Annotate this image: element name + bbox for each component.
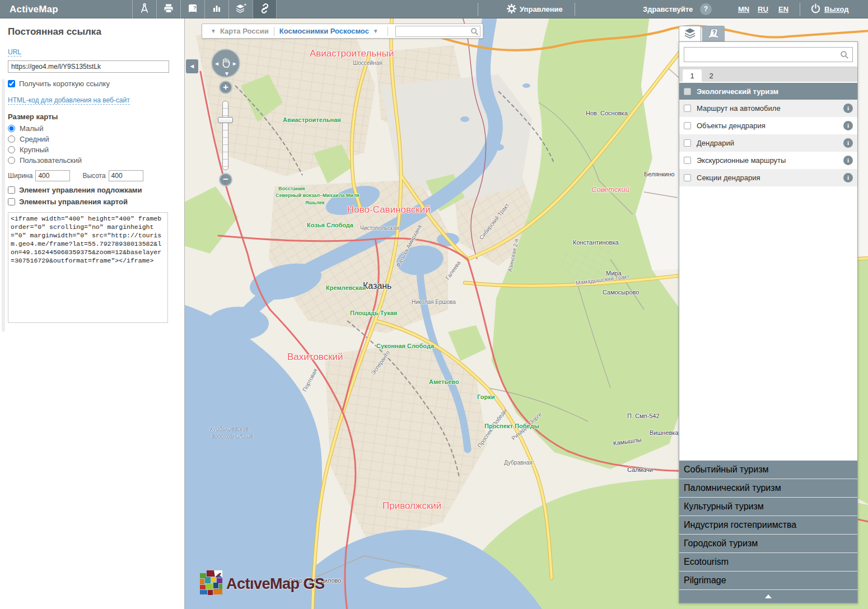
lang-ru[interactable]: RU bbox=[758, 0, 768, 18]
height-label: Высота bbox=[82, 172, 105, 180]
pan-control[interactable]: ◄ ► ▼ bbox=[211, 49, 240, 78]
greeting: Здравствуйте bbox=[643, 0, 693, 18]
height-input[interactable] bbox=[109, 170, 143, 181]
header-separator bbox=[800, 3, 800, 16]
map-label: Проспект Победы bbox=[484, 423, 539, 429]
management-label: Управление bbox=[520, 5, 563, 13]
info-icon[interactable]: i bbox=[843, 156, 853, 165]
map-label: Ново-Савиновский bbox=[347, 204, 431, 216]
page-2-tab[interactable]: 2 bbox=[702, 69, 721, 82]
layer-group-pilgrimage[interactable]: Pilgrimage bbox=[679, 571, 857, 589]
pan-down-icon[interactable]: ▼ bbox=[224, 71, 230, 77]
pan-left-icon[interactable]: ◄ bbox=[214, 60, 220, 67]
link-icon bbox=[259, 3, 270, 16]
iframe-code-textarea[interactable]: <iframe width="400" height="400" framebo… bbox=[8, 212, 168, 323]
info-icon[interactable]: i bbox=[843, 173, 853, 182]
help-book-icon: ? bbox=[187, 3, 198, 16]
layer-group-city-tourism[interactable]: Городской туризм bbox=[679, 534, 857, 552]
map-label: Самосырово bbox=[603, 289, 639, 296]
help-book-button[interactable]: ? bbox=[180, 0, 204, 18]
basemap-option-russia[interactable]: Карта России bbox=[220, 27, 269, 35]
pan-right-icon[interactable]: ► bbox=[232, 60, 237, 67]
layer-checkbox[interactable] bbox=[684, 122, 691, 129]
page-1-tab[interactable]: 1 bbox=[683, 69, 702, 82]
search-icon[interactable] bbox=[840, 50, 849, 62]
layer-checkbox[interactable] bbox=[684, 105, 691, 112]
layer-group-ecotourism[interactable]: Ecotourism bbox=[679, 552, 857, 571]
activemap-gs-text: ActıveMap GS bbox=[226, 575, 325, 593]
html-code-link[interactable]: HTML-код для добавления на веб-сайт bbox=[8, 96, 130, 105]
info-icon[interactable]: i bbox=[843, 138, 853, 148]
gear-icon bbox=[507, 4, 516, 15]
zoom-slider-handle[interactable] bbox=[218, 117, 233, 123]
layer-group-cultural-tourism[interactable]: Культурный туризм bbox=[679, 497, 857, 516]
info-icon[interactable]: i bbox=[843, 121, 853, 130]
panel-collapse-button[interactable]: ◄ bbox=[186, 59, 198, 73]
management-menu[interactable]: Управление bbox=[507, 0, 563, 18]
tab-layers[interactable] bbox=[679, 26, 701, 41]
layer-checkbox[interactable] bbox=[684, 174, 691, 181]
url-link[interactable]: URL bbox=[8, 48, 21, 57]
map-controls-option[interactable]: Элементы управления картой bbox=[8, 198, 176, 206]
layers-search-input[interactable] bbox=[684, 47, 853, 62]
map-label: Площадь Тукая bbox=[350, 310, 397, 316]
activemap-gs-logo: ActıveMap GS bbox=[199, 570, 325, 598]
zoom-out-button[interactable]: − bbox=[219, 173, 232, 186]
chevron-down-icon[interactable]: ▼ bbox=[373, 28, 379, 34]
layers-panel: ? 1 2 Экологический туризм Маршрут на ав… bbox=[679, 26, 858, 603]
layer-row[interactable]: Маршрут на автомобиле i bbox=[679, 100, 857, 117]
zoom-in-button[interactable]: + bbox=[219, 81, 232, 94]
layer-group-event-tourism[interactable]: Событийный туризм bbox=[679, 460, 857, 479]
layer-row[interactable]: Дендрарий i bbox=[679, 134, 857, 152]
basemap-control-option[interactable]: Элемент управления подложками bbox=[8, 186, 176, 194]
panel-collapse-footer[interactable] bbox=[679, 589, 857, 603]
map-label: Суконная Слобода bbox=[376, 343, 434, 349]
map-search-input[interactable] bbox=[395, 26, 480, 37]
layer-checkbox[interactable] bbox=[684, 157, 691, 164]
measure-compass-button[interactable] bbox=[132, 0, 156, 18]
lang-mn[interactable]: MN bbox=[738, 0, 749, 18]
layers-icon bbox=[684, 27, 696, 41]
print-button[interactable] bbox=[156, 0, 180, 18]
tab-legend[interactable]: ? bbox=[702, 26, 725, 41]
info-icon[interactable]: i bbox=[843, 104, 853, 113]
help-button[interactable]: ? bbox=[700, 3, 712, 15]
svg-text:+: + bbox=[244, 3, 247, 7]
layers-pagination: 1 2 bbox=[679, 67, 857, 82]
zoom-slider-track[interactable] bbox=[222, 101, 228, 170]
layer-group-eco-tourism[interactable]: Экологический туризм bbox=[679, 83, 857, 100]
size-option-small[interactable]: Малый bbox=[8, 124, 176, 133]
layer-row[interactable]: Секции дендрария i bbox=[679, 169, 857, 186]
panel-scrollbar[interactable] bbox=[2, 79, 5, 332]
logout-button[interactable]: Выход bbox=[810, 0, 848, 18]
map-search bbox=[395, 26, 480, 37]
size-option-large[interactable]: Крупный bbox=[8, 146, 176, 154]
width-input[interactable] bbox=[35, 170, 70, 181]
short-link-option[interactable]: Получить короткую ссылку bbox=[8, 79, 176, 88]
compass-icon bbox=[139, 3, 150, 16]
group-checkbox[interactable] bbox=[684, 88, 691, 95]
map-label: Куйбышевское bbox=[210, 426, 249, 432]
layer-checkbox[interactable] bbox=[684, 139, 691, 147]
map-label: Белянкино bbox=[644, 171, 675, 177]
logout-label: Выход bbox=[824, 5, 848, 13]
basemap-option-kosmosnimki[interactable]: Космоснимки Роскосмос bbox=[279, 27, 369, 35]
map-label: Казань bbox=[363, 281, 391, 291]
layer-group-hospitality[interactable]: Индустрия гостеприимства bbox=[679, 516, 857, 534]
lang-en[interactable]: EN bbox=[778, 0, 788, 18]
map-label: водохранилище bbox=[212, 433, 253, 439]
map-label: Константиновка bbox=[573, 239, 619, 246]
add-layer-button[interactable]: + bbox=[228, 0, 253, 18]
layer-row[interactable]: Экскурсионные маршруты i bbox=[679, 152, 857, 169]
size-option-medium[interactable]: Средний bbox=[8, 135, 176, 143]
search-icon[interactable] bbox=[470, 27, 479, 38]
statistics-button[interactable] bbox=[204, 0, 228, 18]
layer-row[interactable]: Объекты дендрария i bbox=[679, 117, 857, 134]
url-input[interactable] bbox=[8, 60, 169, 73]
map-label: Северный вокзал–Михаила Миля bbox=[276, 193, 360, 198]
chevron-down-icon[interactable]: ▼ bbox=[211, 28, 216, 34]
size-option-custom[interactable]: Пользовательский bbox=[8, 156, 176, 165]
short-link-checkbox[interactable] bbox=[8, 80, 15, 87]
layer-group-pilgrim-tourism[interactable]: Паломнический туризм bbox=[679, 479, 857, 497]
permalink-button[interactable] bbox=[253, 0, 277, 18]
